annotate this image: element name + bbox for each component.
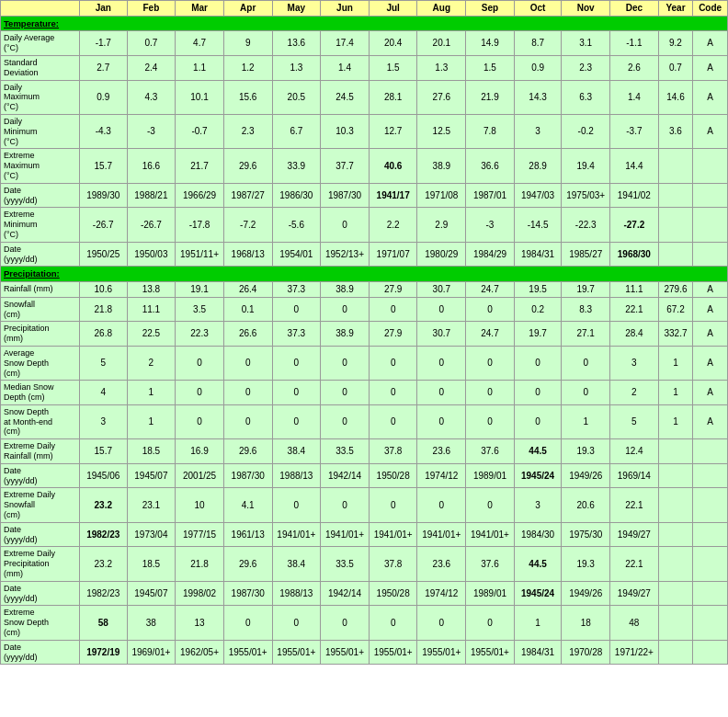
data-cell [693,547,728,581]
data-cell: 0 [514,381,562,405]
data-cell: 0 [514,346,562,380]
data-cell: 1941/01+ [272,522,321,547]
data-cell: 1 [127,381,176,405]
data-cell: 0 [514,404,562,438]
data-cell: 1971/07 [369,242,417,267]
data-cell: 33.9 [272,149,321,183]
data-cell: 1984/29 [466,242,515,267]
data-cell: 37.8 [369,547,417,581]
data-cell: 1941/01+ [417,522,466,547]
data-cell: 1 [562,404,610,438]
data-cell: 1950/03 [127,242,176,267]
data-cell: 28.4 [610,322,659,347]
data-cell: 18 [562,606,610,640]
data-cell: 0 [321,297,370,322]
data-cell: 40.6 [369,149,417,183]
data-cell: 0 [369,297,417,322]
data-cell: 1975/03+ [562,183,610,208]
table-row: Extreme Minimum (°C)-26.7-26.7-17.8-7.2-… [1,208,728,242]
data-cell: 0 [417,404,466,438]
table-row: Rainfall (mm)10.613.819.126.437.338.927.… [1,281,728,297]
data-cell: 11.1 [127,297,176,322]
data-cell: 1950/28 [369,581,417,606]
data-cell [693,606,728,640]
data-cell: 1947/03 [514,183,562,208]
data-cell: 14.9 [466,31,515,56]
data-cell: 0 [272,346,321,380]
data-cell: -1.7 [79,31,127,56]
data-cell: 1941/01+ [321,522,370,547]
table-row: Extreme Maximum (°C)15.716.621.729.633.9… [1,149,728,183]
data-cell: 0.7 [658,55,693,80]
data-cell: 1949/26 [562,581,610,606]
table-row: Average Snow Depth (cm)5200000000031A [1,346,728,380]
data-cell: 10.6 [79,281,127,297]
data-cell: 0.9 [514,55,562,80]
data-cell: 22.5 [127,322,176,347]
row-label-cell: Daily Maximum (°C) [1,80,80,114]
data-cell: 23.6 [417,439,466,464]
data-cell: -0.2 [562,114,610,148]
header-mar: Mar [176,1,224,17]
table-row: Extreme Daily Rainfall (mm)15.718.516.92… [1,439,728,464]
data-cell: 10 [176,488,224,522]
data-cell: 38 [127,606,176,640]
table-row: Date (yyyy/dd)1950/251950/031951/11+1968… [1,242,728,267]
data-cell: -22.3 [562,208,610,242]
data-cell: 332.7 [658,322,693,347]
data-cell: 22.3 [176,322,224,347]
data-cell: -3.7 [610,114,659,148]
data-cell [693,183,728,208]
data-cell: -0.7 [176,114,224,148]
row-label-cell: Daily Minimum (°C) [1,114,80,148]
data-cell [693,488,728,522]
table-row: Temperature: [1,17,728,31]
data-cell: 14.6 [658,80,693,114]
data-cell: 0.9 [79,80,127,114]
table-row: Date (yyyy/dd)1945/061945/072001/251987/… [1,463,728,488]
data-cell: 1 [658,381,693,405]
data-cell: 0.7 [127,31,176,56]
data-cell: 1952/13+ [321,242,370,267]
data-cell: 0 [466,346,515,380]
table-row: Extreme Snow Depth (cm)58381300000011848 [1,606,728,640]
data-cell: 0 [272,381,321,405]
data-cell: 1974/12 [417,463,466,488]
row-label-cell: Date (yyyy/dd) [1,463,80,488]
data-cell: 0 [321,606,370,640]
data-cell: 2.3 [562,55,610,80]
header-may: May [272,1,321,17]
row-label-cell: Snowfall (cm) [1,297,80,322]
data-cell: A [693,55,728,80]
data-cell: 1988/13 [272,463,321,488]
data-cell: 30.7 [417,281,466,297]
data-cell: 0 [417,297,466,322]
table-row: Median Snow Depth (cm)4100000000021A [1,381,728,405]
data-cell: 0 [272,606,321,640]
data-cell: 1941/01+ [369,522,417,547]
row-label-cell: Standard Deviation [1,55,80,80]
data-cell: 6.3 [562,80,610,114]
table-row: Extreme Daily Snowfall (cm)23.223.1104.1… [1,488,728,522]
row-label-cell: Extreme Maximum (°C) [1,149,80,183]
data-cell: 1.4 [610,80,659,114]
data-cell: -26.7 [127,208,176,242]
data-cell: 19.1 [176,281,224,297]
row-label-cell: Rainfall (mm) [1,281,80,297]
header-jan: Jan [79,1,127,17]
data-cell: 33.5 [321,439,370,464]
data-cell: 67.2 [658,297,693,322]
row-label-cell: Date (yyyy/dd) [1,640,80,665]
data-cell: -1.1 [610,31,659,56]
data-cell: 20.1 [417,31,466,56]
table-row: Precipitation (mm)26.822.522.326.637.338… [1,322,728,347]
data-cell: 1989/01 [466,581,515,606]
data-cell [693,149,728,183]
data-cell: 44.5 [514,547,562,581]
data-cell: 1.3 [272,55,321,80]
data-cell [658,183,693,208]
data-cell: 1.5 [369,55,417,80]
data-cell: 1.2 [223,55,272,80]
data-cell: 0 [562,346,610,380]
header-aug: Aug [417,1,466,17]
